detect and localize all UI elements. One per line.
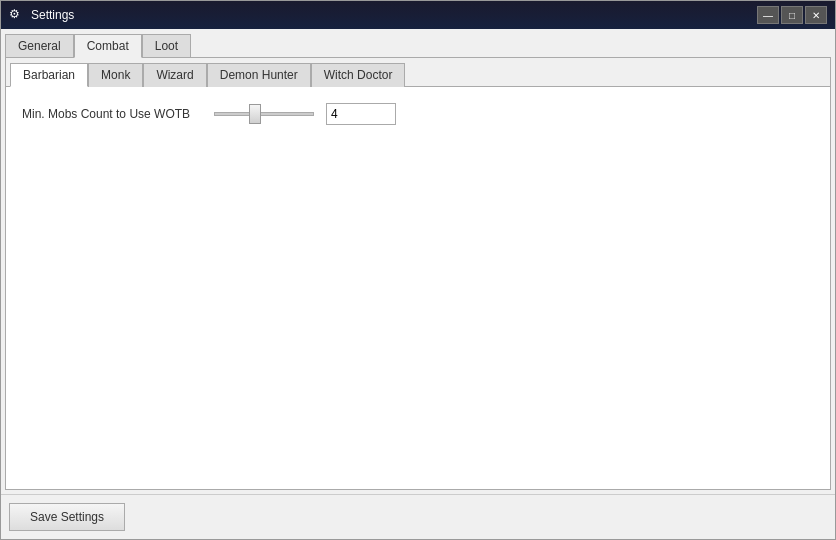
mobs-count-slider-container [214,104,314,124]
window-icon: ⚙ [9,7,25,23]
bottom-bar: Save Settings [1,494,835,539]
subtab-demon-hunter[interactable]: Demon Hunter [207,63,311,87]
subtab-barbarian[interactable]: Barbarian [10,63,88,87]
mobs-count-setting: Min. Mobs Count to Use WOTB [22,103,814,125]
title-controls: — □ ✕ [757,6,827,24]
barbarian-panel: Min. Mobs Count to Use WOTB [6,87,830,489]
tab-combat[interactable]: Combat [74,34,142,58]
main-content: General Combat Loot Barbarian Monk Wizar… [1,29,835,494]
mobs-count-label: Min. Mobs Count to Use WOTB [22,107,202,121]
close-button[interactable]: ✕ [805,6,827,24]
mobs-count-value-input[interactable] [326,103,396,125]
mobs-count-slider[interactable] [214,112,314,116]
tab-loot[interactable]: Loot [142,34,191,58]
subtab-monk[interactable]: Monk [88,63,143,87]
save-settings-button[interactable]: Save Settings [9,503,125,531]
title-bar: ⚙ Settings — □ ✕ [1,1,835,29]
maximize-button[interactable]: □ [781,6,803,24]
settings-window: ⚙ Settings — □ ✕ General Combat Loot Bar… [0,0,836,540]
subtab-wizard[interactable]: Wizard [143,63,206,87]
sub-tab-bar: Barbarian Monk Wizard Demon Hunter Witch… [6,58,830,87]
window-title: Settings [31,8,74,22]
combat-tab-panel: Barbarian Monk Wizard Demon Hunter Witch… [5,57,831,490]
subtab-witch-doctor[interactable]: Witch Doctor [311,63,406,87]
top-tab-bar: General Combat Loot [5,33,831,57]
minimize-button[interactable]: — [757,6,779,24]
tab-general[interactable]: General [5,34,74,58]
